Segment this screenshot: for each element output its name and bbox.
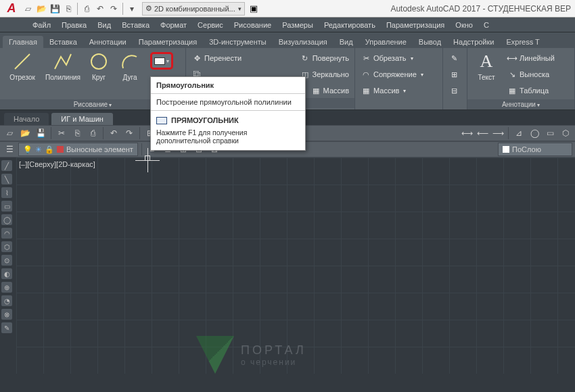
workspace-extra-icon[interactable]: ▣ [248, 3, 260, 15]
polyline-label: Полилиния [45, 74, 80, 81]
array-button[interactable]: ▦Массив▾ [359, 83, 438, 98]
viewport-label[interactable]: [–][Сверху][2D-каркас] [19, 160, 95, 168]
tb-icon[interactable]: ⟵ [476, 126, 489, 140]
menu-dimension[interactable]: Размеры [277, 21, 319, 29]
layer-props-icon[interactable]: ☰ [3, 143, 16, 156]
undo-icon[interactable]: ↶ [94, 3, 106, 15]
tb-icon[interactable]: ▱ [3, 126, 16, 140]
menu-parametric[interactable]: Параметризация [381, 21, 450, 29]
tb-icon[interactable]: ⟶ [491, 126, 505, 140]
menu-tools[interactable]: Сервис [192, 21, 229, 29]
separator [122, 3, 123, 15]
rectangle-split-button[interactable]: ▾ [150, 52, 173, 70]
menu-view[interactable]: Вид [92, 21, 116, 29]
tb-icon[interactable]: 📂 [18, 126, 32, 140]
tab-visualize[interactable]: Визуализация [273, 36, 334, 48]
tb-icon[interactable]: 💾 [34, 126, 47, 140]
arc-button[interactable]: Дуга [116, 51, 143, 99]
tb-icon[interactable]: ⊿ [512, 126, 526, 140]
redo-icon[interactable]: ↷ [108, 3, 120, 15]
leader-button[interactable]: ↘Выноска [505, 67, 556, 82]
doc-tab-start[interactable]: Начало [4, 113, 49, 125]
ext2-button[interactable]: ⊞ [447, 67, 463, 82]
polyline-button[interactable]: Полилиния [45, 51, 81, 99]
dock-icon[interactable]: ⬡ [1, 241, 12, 252]
plot-icon[interactable]: ⎙ [80, 3, 93, 15]
tb-icon[interactable]: ⬡ [559, 126, 572, 140]
ext1-button[interactable]: ✎ [447, 51, 463, 66]
tooltip-header[interactable]: Прямоугольник [151, 77, 305, 94]
menu-draw[interactable]: Рисование [229, 21, 277, 29]
save-icon[interactable]: 💾 [49, 3, 61, 15]
open-icon[interactable]: 📂 [35, 3, 47, 15]
menu-help[interactable]: С [478, 21, 495, 29]
move-button[interactable]: ✥Перенести ↻Повернуть [190, 51, 350, 66]
tab-express[interactable]: Express T [500, 36, 545, 48]
tab-parametric[interactable]: Параметризация [133, 36, 203, 48]
dock-icon[interactable]: ⊗ [1, 309, 12, 320]
dock-icon[interactable]: ◯ [1, 214, 12, 225]
app-menu-button[interactable]: A [1, 1, 22, 17]
tab-output[interactable]: Вывод [413, 36, 447, 48]
rotate-label: Повернуть [313, 54, 349, 62]
trim-button[interactable]: ✂Обрезать▾ [359, 51, 438, 66]
tb-icon[interactable]: ⎘ [70, 126, 84, 140]
saveas-icon[interactable]: ⎘ [62, 3, 74, 15]
menu-insert[interactable]: Вставка [116, 21, 155, 29]
drawing-area[interactable]: [–][Сверху][2D-каркас] ╱ ╲ ⌇ ▭ ◯ ◠ ⬡ ⊙ ◐… [0, 157, 575, 374]
text-label: Текст [478, 74, 495, 81]
doc-tab-active[interactable]: ИГ и Машин [51, 113, 113, 125]
line-label: Отрезок [9, 74, 35, 81]
dock-icon[interactable]: ⌇ [1, 187, 12, 198]
dock-icon[interactable]: ╲ [1, 174, 12, 185]
text-button[interactable]: A Текст [472, 51, 501, 99]
layer-color-swatch [57, 146, 64, 153]
workspace-switcher[interactable]: ⚙ 2D комбинированный... ▾ [142, 2, 245, 16]
menu-modify[interactable]: Редактировать [319, 21, 381, 29]
circle-button[interactable]: Круг [85, 51, 112, 99]
tab-home[interactable]: Главная [3, 36, 43, 48]
trim-label: Обрезать [373, 54, 407, 62]
menu-file[interactable]: Файл [27, 21, 56, 29]
tab-manage[interactable]: Управление [359, 36, 413, 48]
tab-3dtools[interactable]: 3D-инструменты [203, 36, 273, 48]
leader-label: Выноска [520, 70, 549, 78]
tab-annotate[interactable]: Аннотации [83, 36, 133, 48]
dock-icon[interactable]: ▭ [1, 201, 12, 212]
tb-icon[interactable]: ⎙ [86, 126, 99, 140]
move-label: Перенести [204, 54, 242, 62]
layer-combo[interactable]: 💡 ☀ 🔒 Выносные элемент [18, 143, 138, 156]
dock-icon[interactable]: ◐ [1, 268, 12, 279]
dock-icon[interactable]: ✎ [1, 322, 12, 333]
tab-addins[interactable]: Надстройки [447, 36, 500, 48]
panel-annotation: A Текст ⟷Линейный ↘Выноска ▦Таблица Анно… [467, 48, 575, 109]
ext3-button[interactable]: ⊟ [447, 83, 463, 98]
tb-icon[interactable]: ◯ [528, 126, 541, 140]
dock-icon[interactable]: ⊙ [1, 255, 12, 266]
dim-linear-button[interactable]: ⟷Линейный [505, 51, 556, 66]
tb-icon[interactable]: ✂ [55, 126, 68, 140]
tb-icon[interactable]: ▭ [543, 126, 557, 140]
menu-edit[interactable]: Правка [56, 21, 92, 29]
dock-icon[interactable]: ◠ [1, 228, 12, 239]
dock-icon[interactable]: ⊕ [1, 282, 12, 293]
menu-format[interactable]: Формат [155, 21, 192, 29]
dock-icon[interactable]: ◔ [1, 295, 12, 306]
qat-more-icon[interactable]: ▾ [126, 3, 138, 15]
bylayer-combo[interactable]: ПоСлою [498, 143, 572, 156]
table-button[interactable]: ▦Таблица [505, 83, 556, 98]
dock-icon[interactable]: ╱ [1, 160, 12, 171]
panel-annotation-title[interactable]: Аннотации [467, 99, 574, 109]
tab-insert[interactable]: Вставка [43, 36, 83, 48]
menu-window[interactable]: Окно [450, 21, 478, 29]
tab-view[interactable]: Вид [334, 36, 359, 48]
tb-icon[interactable]: ↶ [107, 126, 120, 140]
ribbon-tab-strip: Главная Вставка Аннотации Параметризация… [0, 32, 575, 48]
fillet-button[interactable]: ◠Сопряжение▾ [359, 67, 438, 82]
line-button[interactable]: Отрезок [4, 51, 41, 99]
arc-label: Дуга [123, 74, 137, 81]
panel-modify3: ✎ ⊞ ⊟ [443, 48, 467, 109]
tb-icon[interactable]: ↷ [122, 126, 136, 140]
new-icon[interactable]: ▱ [22, 3, 34, 15]
tb-icon[interactable]: ⟷ [460, 126, 474, 140]
